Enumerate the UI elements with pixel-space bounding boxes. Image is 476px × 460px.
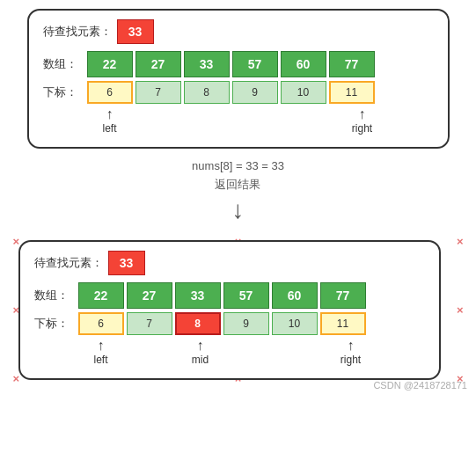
idx-cell-3: 9 [232,81,278,104]
formula-text: nums[8] = 33 = 33 返回结果 [192,157,284,194]
b-array-cell-1: 27 [127,282,172,309]
b-idx-cell-2: 8 [175,312,221,335]
ptr-row-bottom: ↑ left ↑ mid ↑ right [78,339,425,366]
right-arrow-top: ↑ [359,107,366,121]
idx-cell-5: 11 [329,81,375,104]
array-row-top: 数组： 22 27 33 57 60 77 [43,51,434,77]
array-cell-2: 33 [184,51,230,77]
index-label-bottom: 下标： [34,316,73,332]
index-row-top: 下标： 6 7 8 9 10 11 [43,81,434,104]
mid-ptr-bottom: ↑ mid [178,339,223,366]
x-mark-rc: × [457,303,464,317]
index-row-bottom: 下标： 6 7 8 9 10 11 [34,312,425,335]
left-label-bottom: left [93,354,107,366]
idx-cell-4: 10 [281,81,326,104]
array-cell-1: 27 [135,51,181,77]
x-mark-tl: × [13,235,20,248]
ptr-row-top: ↑ left ↑ right [87,107,434,135]
b-array-cell-2: 33 [175,282,221,309]
down-arrow: ↓ [231,198,244,223]
left-label-top: left [102,122,116,135]
right-label-top: right [352,122,372,135]
array-cell-5: 77 [329,51,375,77]
watermark: CSDN @2418728171 [373,380,467,391]
target-cell: 33 [117,19,154,44]
b-idx-cell-4: 10 [272,312,318,335]
array-cell-0: 22 [87,51,133,77]
array-cell-4: 60 [281,51,326,77]
target-row: 待查找元素： 33 [43,19,434,44]
middle-section: nums[8] = 33 = 33 返回结果 ↓ [192,157,284,223]
b-idx-cell-3: 9 [223,312,269,335]
b-array-cell-4: 60 [272,282,318,309]
left-arrow-top: ↑ [106,107,114,121]
bottom-box: 待查找元素： 33 数组： 22 27 33 57 60 77 下标： 6 7 … [18,240,441,380]
array-label-top: 数组： [43,56,82,72]
result-text: 返回结果 [215,178,260,191]
b-array-cell-0: 22 [78,282,124,309]
target-label: 待查找元素： [43,24,112,40]
idx-cell-2: 8 [184,81,230,104]
left-arrow-bottom: ↑ [98,339,105,353]
right-label-bottom: right [341,354,361,366]
x-mark-bl: × [13,372,20,385]
target-cell-bottom: 33 [108,251,145,275]
formula: nums[8] = 33 = 33 [192,159,284,172]
b-idx-cell-1: 7 [127,312,172,335]
mid-arrow-bottom: ↑ [197,339,204,353]
main-container: 待查找元素： 33 数组： 22 27 33 57 60 77 下标： 6 7 … [0,0,476,398]
right-arrow-bottom: ↑ [348,339,355,353]
array-label-bottom: 数组： [34,288,73,303]
right-ptr-bottom: ↑ right [328,339,374,366]
b-idx-cell-0: 6 [78,312,124,335]
x-mark-tr: × [457,235,464,248]
idx-cell-1: 7 [135,81,181,104]
array-cell-3: 57 [232,51,278,77]
target-label-bottom: 待查找元素： [34,255,103,271]
idx-cell-0: 6 [87,81,133,104]
right-ptr-top: ↑ right [340,107,385,135]
left-ptr-bottom: ↑ left [78,339,124,366]
mid-label-bottom: mid [192,354,209,366]
array-row-bottom: 数组： 22 27 33 57 60 77 [34,282,425,309]
b-array-cell-5: 77 [320,282,366,309]
top-box: 待查找元素： 33 数组： 22 27 33 57 60 77 下标： 6 7 … [27,9,450,149]
index-label-top: 下标： [43,84,82,100]
bottom-box-wrapper: × × × × × × × × 待查找元素： 33 数组： 22 27 33 5… [10,231,467,389]
b-array-cell-3: 57 [223,282,269,309]
left-ptr-top: ↑ left [87,107,133,135]
b-idx-cell-5: 11 [320,312,366,335]
target-row-bottom: 待查找元素： 33 [34,251,425,275]
